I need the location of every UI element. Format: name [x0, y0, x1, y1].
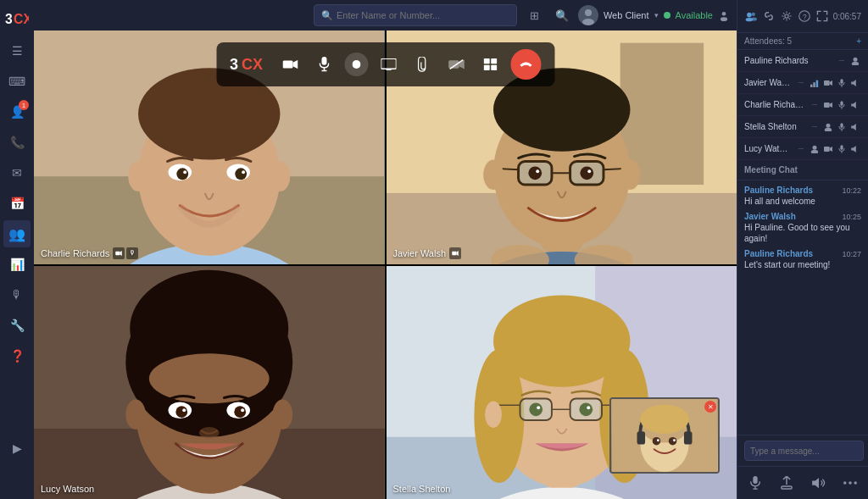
camera-toggle-btn[interactable]: [276, 51, 303, 78]
chat-messages: Pauline Richards 10:22 Hi all and welcom…: [737, 180, 868, 435]
video-label-lucy: Lucy Watson: [41, 484, 94, 494]
record-btn[interactable]: [344, 53, 368, 76]
panel-mic-btn[interactable]: [744, 472, 766, 494]
search-box[interactable]: 🔍: [314, 4, 517, 26]
svg-point-109: [748, 13, 753, 18]
charlie-more-btn[interactable]: ···: [809, 99, 821, 111]
search-input[interactable]: [337, 10, 509, 20]
tools-icon: 🔧: [10, 319, 25, 332]
charlie-mic-icon: [836, 99, 848, 111]
sidebar-item-help[interactable]: ❓: [3, 342, 31, 369]
attendees-header: Attendees: 5 +: [737, 33, 868, 50]
self-view-video: [611, 399, 718, 472]
mic-toggle-btn[interactable]: [310, 51, 337, 78]
svg-text:?: ?: [803, 13, 807, 21]
panel-volume-btn[interactable]: [808, 472, 830, 494]
javier-more-btn[interactable]: ···: [795, 77, 807, 89]
sidebar-item-apple[interactable]: [3, 465, 31, 492]
search-btn[interactable]: 🔍: [551, 4, 573, 26]
participant-name-lucy: Lucy Watson: [41, 484, 94, 494]
svg-point-106: [657, 439, 659, 441]
svg-point-93: [579, 402, 593, 416]
sidebar-item-contacts[interactable]: 👤 1: [3, 98, 31, 125]
calendar-icon: 📅: [10, 197, 25, 210]
panel-more-btn[interactable]: [839, 472, 861, 494]
lucy-volume-icon: [849, 143, 861, 155]
svg-point-54: [483, 160, 504, 190]
chat-msg-1: Javier Walsh 10:25 Hi Pauline. Good to s…: [744, 212, 861, 244]
javier-camera-icon: [822, 77, 834, 89]
no-video-btn[interactable]: [442, 51, 470, 78]
sidebar-item-voicemail[interactable]: 🎙: [3, 281, 31, 308]
tab-settings[interactable]: [780, 5, 794, 27]
attach-btn[interactable]: [409, 51, 436, 78]
svg-point-33: [242, 170, 245, 174]
svg-point-107: [673, 439, 676, 441]
tab-help[interactable]: ?: [798, 5, 812, 27]
lucy-more-btn[interactable]: ···: [795, 143, 807, 155]
participant-name-stella: Stella Shelton: [393, 484, 451, 494]
video-cell-lucy: Lucy Watson: [34, 266, 385, 500]
video-label-charlie: Charlie Richards 🎙: [41, 247, 138, 259]
stella-more-btn[interactable]: ···: [809, 121, 821, 133]
tab-participants[interactable]: [744, 5, 759, 27]
sidebar-item-store[interactable]: ▶: [3, 435, 31, 462]
svg-point-149: [843, 481, 847, 485]
participant-name-javier: Javier Walsh: [393, 248, 447, 258]
sidebar-item-dialpad[interactable]: ⌨: [3, 68, 31, 95]
topbar: 🔍 ⊞ 🔍 Web Client ▾ Available: [34, 0, 737, 30]
chat-title: Meeting Chat: [744, 165, 798, 175]
sidebar-item-tools[interactable]: 🔧: [3, 312, 31, 339]
sidebar-item-menu[interactable]: ☰: [3, 37, 31, 64]
sidebar-item-calendar[interactable]: 📅: [3, 190, 31, 217]
svg-point-31: [235, 168, 247, 180]
svg-point-108: [640, 405, 688, 434]
svg-rect-8: [321, 57, 326, 65]
main-content: 🔍 ⊞ 🔍 Web Client ▾ Available: [34, 0, 737, 499]
analytics-icon: 📊: [10, 258, 25, 271]
svg-point-55: [620, 160, 640, 190]
video-label-stella: Stella Shelton: [393, 484, 451, 494]
panel-mic-icon: [749, 476, 761, 490]
svg-point-50: [528, 166, 542, 180]
phone-icon: 📞: [10, 136, 25, 149]
msg-1-header: Javier Walsh 10:25: [744, 212, 861, 221]
panel-upload-btn[interactable]: [776, 472, 798, 494]
attendee-row-charlie: Charlie Richards ···: [737, 94, 868, 116]
tab-link[interactable]: [762, 5, 776, 27]
call-toolbar: 3 CX: [216, 42, 554, 86]
user-info[interactable]: Web Client ▾ Available: [578, 5, 730, 25]
svg-point-53: [587, 169, 591, 173]
stella-mic-icon: [836, 121, 848, 133]
sidebar-item-video[interactable]: 👥: [3, 220, 31, 247]
svg-point-92: [529, 402, 542, 416]
chat-header: Meeting Chat: [737, 160, 868, 180]
svg-point-3: [582, 19, 594, 25]
sidebar: 3 CX ☰ ⌨ 👤 1 📞 ✉ 📅 👥 📊 🎙 🔧 ❓ ▶: [0, 0, 34, 499]
grid-btn[interactable]: ⊞: [524, 4, 546, 26]
svg-rect-124: [840, 79, 843, 84]
tab-expand[interactable]: [815, 5, 830, 27]
svg-point-51: [580, 166, 593, 180]
grid-icon: ⊞: [530, 9, 539, 22]
call-toolbar-logo: 3 CX: [230, 56, 263, 74]
svg-point-72: [234, 406, 246, 418]
pauline-more-btn[interactable]: ···: [836, 55, 848, 67]
screen-share-btn[interactable]: [375, 51, 402, 78]
svg-point-4: [722, 12, 726, 16]
sidebar-item-chat[interactable]: ✉: [3, 159, 31, 186]
svg-rect-103: [684, 431, 693, 444]
chat-input[interactable]: [744, 441, 864, 461]
layout-btn[interactable]: [476, 51, 504, 78]
end-call-btn[interactable]: [510, 49, 541, 80]
svg-rect-139: [824, 147, 830, 152]
attendee-name-charlie: Charlie Richards: [744, 100, 805, 109]
sidebar-item-phone[interactable]: 📞: [3, 129, 31, 156]
self-view-close-btn[interactable]: ✕: [704, 401, 716, 413]
javier-camera-icon: [449, 247, 461, 259]
settings-icon: [781, 10, 793, 22]
msg-2-header: Pauline Richards 10:27: [744, 249, 861, 258]
sidebar-item-analytics[interactable]: 📊: [3, 251, 31, 278]
svg-rect-19: [491, 58, 497, 64]
upload-icon: [781, 476, 793, 490]
